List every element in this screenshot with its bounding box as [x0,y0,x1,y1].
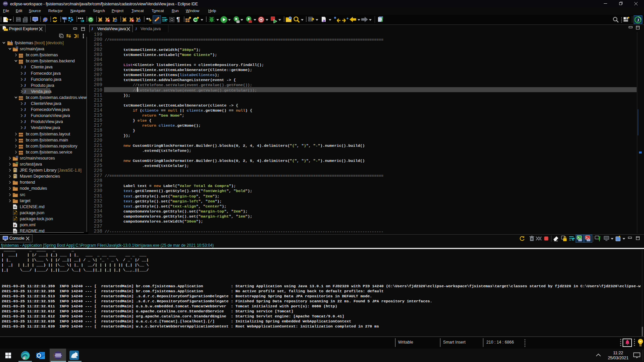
svg-text:P: P [14,224,16,227]
svg-text:J: J [637,17,639,22]
